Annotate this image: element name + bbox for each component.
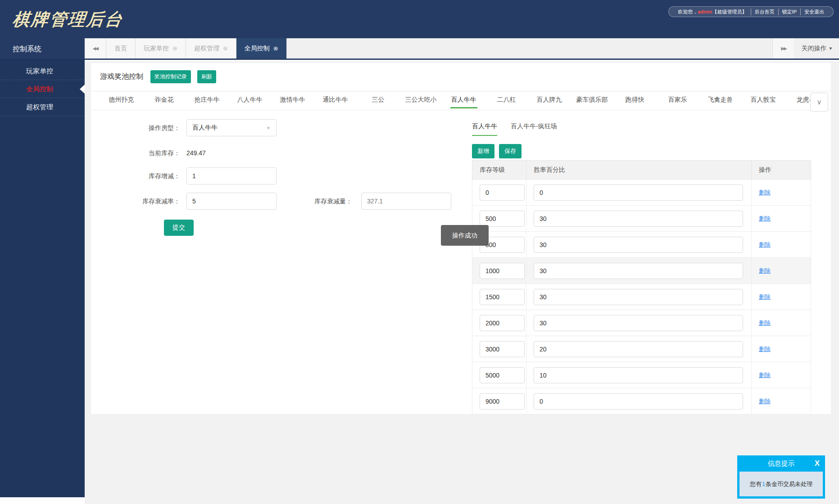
pool-record-button[interactable]: 奖池控制记录 [150,70,191,83]
win-rate-input[interactable] [534,341,743,357]
delete-link[interactable]: 删除 [759,398,771,405]
stock-adjust-label: 库存增减： [108,167,180,184]
subtab-bairen-niuniu[interactable]: 百人牛牛 [472,122,497,136]
close-operations-dropdown[interactable]: 关闭操作 ▾ [794,38,839,58]
link-backend-home[interactable]: 后台首页 [751,9,778,15]
game-tab[interactable]: 三公大吃小 [399,91,442,110]
stock-level-input[interactable] [480,367,525,383]
close-icon[interactable]: X [815,455,820,472]
subtab-bairen-niuniu-crazy[interactable]: 百人牛牛-疯狂场 [511,122,557,136]
tab-close-icon[interactable]: ⊗ [273,45,278,52]
tabs-scroll-left-icon[interactable]: ◀◀ [85,38,106,58]
sidebar-item-global-control[interactable]: 全局控制 [0,80,85,98]
title-row: 游戏奖池控制 奖池控制记录 刷新 [100,69,222,84]
sidebar-item-player-control[interactable]: 玩家单控 [0,62,85,80]
decay-rate-input[interactable] [186,193,277,210]
tab-label: 首页 [114,45,127,53]
notification-popup: 信息提示 X 您有1条金币交易未处理 [737,455,825,499]
game-tab[interactable]: 百人骰宝 [742,91,785,110]
game-tab[interactable]: 豪车俱乐部 [571,91,613,110]
tab-player-control[interactable]: 玩家单控 ⊗ [136,38,186,58]
stock-level-input[interactable] [480,341,525,357]
table-row: 删除 [472,180,811,206]
tab-super-admin[interactable]: 超权管理 ⊗ [186,38,236,58]
win-rate-input[interactable] [534,263,743,279]
save-button[interactable]: 保存 [499,144,522,158]
game-tab[interactable]: 激情牛牛 [271,91,314,110]
decay-amount-input[interactable] [361,193,451,210]
delete-link[interactable]: 删除 [759,346,771,352]
delete-link[interactable]: 删除 [759,267,771,274]
game-tab[interactable]: 德州扑克 [100,91,143,110]
game-tab[interactable]: 八人牛牛 [228,91,271,110]
win-rate-input[interactable] [534,393,743,410]
tabs-scroll-right-icon[interactable]: ▶▶ [772,38,794,58]
game-tab[interactable]: 跑得快 [613,91,656,110]
sidebar-item-label: 玩家单控 [26,67,53,75]
sidebar-item-super-admin[interactable]: 超权管理 [0,98,85,116]
game-tab[interactable]: 通比牛牛 [314,91,357,110]
game-tab[interactable]: 飞禽走兽 [699,91,742,110]
col-header-action: 操作 [752,161,811,180]
delete-link[interactable]: 删除 [759,241,771,248]
win-rate-input[interactable] [534,237,743,253]
stock-level-input[interactable] [480,289,525,305]
decay-amount-label: 库存衰减量： [280,193,352,210]
game-tabs: 德州扑克 诈金花 抢庄牛牛 八人牛牛 激情牛牛 通比牛牛 三公 三公大吃小 百人… [100,91,817,110]
welcome-text: 欢迎您，admin【超级管理员】 [674,9,750,15]
stock-adjust-input[interactable] [186,167,277,184]
table-row: 删除 [472,336,811,362]
delete-link[interactable]: 删除 [759,320,771,326]
room-type-select[interactable]: 百人牛牛 ▼ [186,119,277,136]
welcome-prefix: 欢迎您， [678,9,698,14]
delete-link[interactable]: 删除 [759,189,771,196]
close-operations-label: 关闭操作 [801,45,826,53]
tab-global-control[interactable]: 全局控制 ⊗ [236,38,287,58]
divider [91,110,831,110]
user-bar: 欢迎您，admin【超级管理员】 后台首页 锁定IP 安全退出 [668,6,834,17]
submit-button[interactable]: 提交 [164,220,194,236]
win-rate-input[interactable] [534,211,743,227]
stock-level-input[interactable] [480,211,525,227]
win-rate-input[interactable] [534,367,743,383]
link-safe-logout[interactable]: 安全退出 [800,9,828,15]
app-logo: 棋牌管理后台 [11,8,124,31]
win-rate-input[interactable] [534,289,743,305]
table-row: 删除 [472,310,811,336]
stock-level-input[interactable] [480,184,525,201]
chevron-down-icon: ∨ [817,98,822,106]
game-tab[interactable]: 百人牌九 [528,91,571,110]
game-tab[interactable]: 二八杠 [485,91,528,110]
table-row: 删除 [472,232,811,258]
pending-count: 1 [762,481,766,487]
decay-rate-label: 库存衰减率： [108,193,180,210]
tab-close-icon[interactable]: ⊗ [172,45,177,52]
game-tab[interactable]: 三公 [357,91,399,110]
game-tab[interactable]: 百家乐 [656,91,699,110]
game-tabs-expand-button[interactable]: ∨ [810,93,828,112]
add-row-button[interactable]: 新增 [472,144,494,158]
tab-home[interactable]: 首页 [106,38,136,58]
win-rate-input[interactable] [534,184,743,201]
game-tab[interactable]: 抢庄牛牛 [186,91,228,110]
delete-link[interactable]: 删除 [759,215,771,222]
stock-level-input[interactable] [480,393,525,410]
table-action-buttons: 新增 保存 [472,144,526,158]
room-type-value: 百人牛牛 [192,124,218,132]
stock-level-input[interactable] [480,315,525,331]
link-lock-ip[interactable]: 锁定IP [778,9,800,15]
tab-close-icon[interactable]: ⊗ [223,45,228,52]
game-tab[interactable]: 诈金花 [143,91,186,110]
tabbar-right-controls: ▶▶ 关闭操作 ▾ [772,38,839,58]
delete-link[interactable]: 删除 [759,293,771,300]
refresh-button[interactable]: 刷新 [197,70,216,83]
table-row: 删除 [472,206,811,232]
stock-level-input[interactable] [480,263,525,279]
win-rate-input[interactable] [534,315,743,331]
game-tab[interactable]: 百人牛牛 [442,91,485,110]
table-row: 删除 [472,362,811,388]
table-row: 删除 [472,388,811,414]
tab-label: 玩家单控 [144,45,169,53]
delete-link[interactable]: 删除 [759,372,771,378]
col-header-win-rate: 胜率百分比 [526,161,752,180]
